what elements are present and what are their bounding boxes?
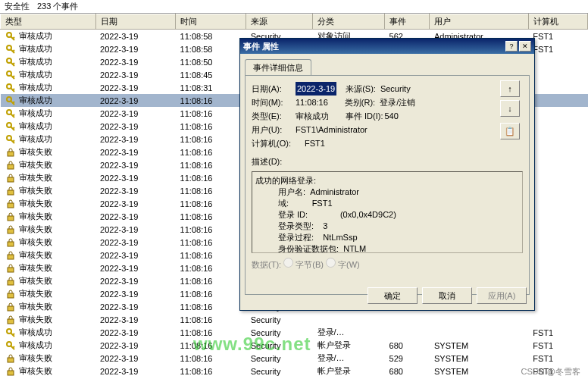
prev-event-button[interactable]: ↑ bbox=[500, 80, 520, 97]
cell-time: 11:08:16 bbox=[176, 223, 246, 236]
cell-time: 11:08:16 bbox=[176, 184, 246, 197]
table-row[interactable]: 审核失败2022-3-1911:08:16Security登录/…529SYST… bbox=[1, 352, 588, 365]
col-time[interactable]: 时间 bbox=[176, 14, 246, 30]
cell-time: 11:08:16 bbox=[176, 107, 246, 120]
key-icon bbox=[5, 70, 16, 80]
desc-k: 登录 ID: bbox=[278, 210, 308, 219]
cell-computer bbox=[528, 171, 587, 184]
label-source: 来源(S): bbox=[346, 82, 376, 96]
svg-rect-25 bbox=[8, 358, 14, 362]
svg-rect-18 bbox=[8, 268, 14, 272]
event-type-label: 审核失败 bbox=[19, 301, 52, 312]
header-bar: 安全性 233 个事件 bbox=[0, 0, 588, 14]
cell-computer bbox=[528, 262, 587, 274]
lock-icon bbox=[5, 353, 16, 364]
value-time: 11:08:16 bbox=[296, 96, 328, 109]
cell-time: 11:08:16 bbox=[176, 133, 246, 146]
svg-rect-20 bbox=[8, 293, 14, 298]
desc-k: 域: bbox=[278, 199, 289, 208]
cancel-button[interactable]: 取消 bbox=[422, 287, 472, 304]
event-type-label: 审核成功 bbox=[19, 121, 52, 132]
lock-icon bbox=[5, 263, 16, 274]
col-date[interactable]: 日期 bbox=[95, 14, 176, 30]
col-event[interactable]: 事件 bbox=[385, 14, 430, 30]
dialog-titlebar[interactable]: 事件 属性 ? ✕ bbox=[240, 39, 534, 54]
event-type-label: 审核失败 bbox=[19, 314, 52, 325]
lock-icon bbox=[5, 276, 16, 287]
ok-button[interactable]: 确定 bbox=[368, 287, 418, 304]
cell-user bbox=[430, 313, 528, 326]
apply-button[interactable]: 应用(A) bbox=[477, 287, 527, 304]
value-eventid: 540 bbox=[385, 109, 399, 123]
cell-computer bbox=[528, 184, 587, 197]
table-row[interactable]: 审核成功2022-3-1911:08:16Security帐户登录680SYST… bbox=[1, 339, 588, 352]
cell-computer bbox=[528, 287, 587, 300]
key-icon bbox=[5, 327, 16, 338]
cell-time: 11:08:16 bbox=[176, 236, 246, 249]
cell-date: 2022-3-19 bbox=[95, 236, 176, 249]
cell-computer bbox=[528, 55, 587, 68]
cell-date: 2022-3-19 bbox=[95, 249, 176, 262]
event-type-label: 审核成功 bbox=[19, 82, 52, 93]
cell-time: 11:08:16 bbox=[176, 287, 246, 300]
close-button[interactable]: ✕ bbox=[519, 41, 531, 52]
event-type-label: 审核成功 bbox=[19, 69, 52, 80]
event-type-label: 审核失败 bbox=[19, 262, 52, 274]
event-type-label: 审核成功 bbox=[19, 108, 52, 119]
desc-k: 登录过程: bbox=[278, 233, 314, 242]
cell-time: 11:08:16 bbox=[176, 249, 246, 262]
desc-v: (0x0,0x4D9C2) bbox=[340, 210, 396, 219]
cell-computer bbox=[528, 120, 587, 133]
event-properties-dialog: 事件 属性 ? ✕ 事件详细信息 ↑ ↓ 📋 日期(A): 2022-3-19 … bbox=[239, 38, 535, 311]
copy-button[interactable]: 📋 bbox=[500, 123, 520, 139]
svg-rect-21 bbox=[8, 306, 14, 311]
col-computer[interactable]: 计算机 bbox=[528, 14, 587, 30]
col-type[interactable]: 类型 bbox=[1, 14, 96, 30]
key-icon bbox=[5, 108, 16, 119]
event-type-label: 审核失败 bbox=[19, 172, 52, 183]
cell-time: 11:08:58 bbox=[176, 42, 246, 55]
event-type-label: 审核失败 bbox=[19, 211, 52, 222]
value-computer: FST1 bbox=[305, 136, 325, 150]
cell-time: 11:08:16 bbox=[176, 94, 246, 107]
event-type-label: 审核成功 bbox=[19, 95, 52, 106]
col-category[interactable]: 分类 bbox=[313, 14, 385, 30]
next-event-button[interactable]: ↓ bbox=[500, 100, 520, 117]
svg-rect-26 bbox=[8, 371, 14, 375]
event-type-label: 审核失败 bbox=[19, 146, 52, 158]
event-count: 233 个事件 bbox=[37, 1, 78, 12]
cell-time: 11:08:16 bbox=[176, 210, 246, 223]
cell-computer bbox=[528, 158, 587, 171]
cell-time: 11:08:16 bbox=[176, 326, 246, 339]
svg-rect-12 bbox=[8, 190, 14, 195]
event-type-label: 审核失败 bbox=[19, 224, 52, 235]
event-type-label: 审核成功 bbox=[19, 43, 52, 55]
event-type-label: 审核失败 bbox=[19, 249, 52, 261]
cell-date: 2022-3-19 bbox=[95, 300, 176, 313]
label-category: 类别(R): bbox=[345, 96, 375, 109]
cell-time: 11:08:16 bbox=[176, 171, 246, 184]
description-box[interactable]: 成功的网络登录: 用户名: Administrator 域: FST1 登录 I… bbox=[252, 171, 523, 253]
event-type-label: 审核失败 bbox=[19, 159, 52, 171]
tab-details[interactable]: 事件详细信息 bbox=[245, 59, 311, 76]
radio-byte-label: 字节(B) bbox=[296, 260, 324, 269]
cell-date: 2022-3-19 bbox=[95, 313, 176, 326]
value-user: FST1\Administrator bbox=[296, 123, 368, 136]
label-data: 数据(T): bbox=[252, 260, 281, 269]
value-type: 审核成功 bbox=[296, 109, 329, 123]
radio-word-label: 字(W) bbox=[338, 260, 360, 269]
cell-date: 2022-3-19 bbox=[95, 42, 176, 55]
col-source[interactable]: 来源 bbox=[246, 14, 313, 30]
cell-time: 11:08:16 bbox=[176, 313, 246, 326]
table-row[interactable]: 审核失败2022-3-1911:08:16Security bbox=[1, 313, 588, 326]
cell-computer bbox=[528, 210, 587, 223]
table-row[interactable]: 审核失败2022-3-1911:08:16Security帐户登录680SYST… bbox=[1, 365, 588, 377]
cell-date: 2022-3-19 bbox=[95, 107, 176, 120]
help-button[interactable]: ? bbox=[505, 41, 518, 52]
cell-time: 11:08:16 bbox=[176, 120, 246, 133]
cell-event: 680 bbox=[385, 339, 430, 352]
col-user[interactable]: 用户 bbox=[430, 14, 528, 30]
svg-rect-17 bbox=[8, 255, 14, 259]
table-row[interactable]: 审核成功2022-3-1911:08:16Security登录/…FST1 bbox=[1, 326, 588, 339]
label-type: 类型(E): bbox=[252, 109, 296, 123]
